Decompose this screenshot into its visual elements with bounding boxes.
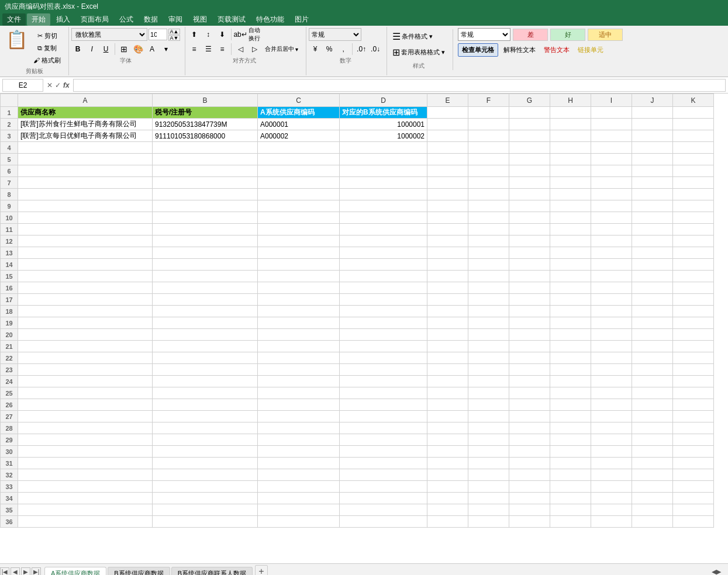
cell[interactable] xyxy=(673,177,714,189)
row-number[interactable]: 34 xyxy=(1,493,18,504)
style-bad-box[interactable]: 差 xyxy=(513,29,548,41)
cell[interactable] xyxy=(340,469,427,481)
cell[interactable] xyxy=(468,341,509,352)
cell[interactable] xyxy=(509,446,550,458)
merge-center-button[interactable]: 合并后居中 ▾ xyxy=(262,43,301,55)
cell[interactable] xyxy=(258,271,340,282)
col-header-g[interactable]: G xyxy=(509,94,550,107)
cell[interactable] xyxy=(340,516,427,528)
cell[interactable] xyxy=(427,282,468,294)
fill-color-button[interactable]: 🎨 xyxy=(132,43,144,56)
cell[interactable] xyxy=(258,177,340,189)
cell[interactable] xyxy=(468,271,509,282)
col-header-e[interactable]: E xyxy=(427,94,468,107)
col-header-i[interactable]: I xyxy=(591,94,632,107)
wrap-text-button[interactable]: 自动换行 xyxy=(248,28,261,41)
font-size-input[interactable] xyxy=(149,29,167,40)
cell[interactable] xyxy=(258,282,340,294)
cell[interactable] xyxy=(673,306,714,317)
row-number[interactable]: 3 xyxy=(1,130,18,142)
cell[interactable] xyxy=(18,294,153,306)
cell[interactable] xyxy=(340,352,427,364)
cell[interactable] xyxy=(468,411,509,422)
cell[interactable] xyxy=(550,177,591,189)
row-number[interactable]: 31 xyxy=(1,458,18,469)
cell[interactable] xyxy=(591,446,632,458)
cell[interactable] xyxy=(340,434,427,446)
cell[interactable] xyxy=(632,306,673,317)
cell[interactable] xyxy=(427,119,468,130)
currency-button[interactable]: ¥ xyxy=(309,43,322,56)
cell[interactable] xyxy=(340,294,427,306)
cell[interactable] xyxy=(509,376,550,387)
cell[interactable] xyxy=(18,469,153,481)
cell[interactable] xyxy=(509,119,550,130)
cell[interactable] xyxy=(468,306,509,317)
cell[interactable] xyxy=(427,177,468,189)
cell[interactable] xyxy=(258,235,340,247)
cell[interactable] xyxy=(509,259,550,271)
row-number[interactable]: 14 xyxy=(1,259,18,271)
cell[interactable] xyxy=(258,247,340,259)
cell[interactable] xyxy=(18,341,153,352)
cell[interactable] xyxy=(340,165,427,177)
number-format-selector[interactable]: 常规 xyxy=(309,28,361,41)
cell[interactable] xyxy=(18,154,153,165)
cell[interactable] xyxy=(340,387,427,399)
cell[interactable] xyxy=(340,493,427,504)
align-left-button[interactable]: ≡ xyxy=(188,43,201,56)
insert-function-icon[interactable]: fx xyxy=(63,81,70,89)
cell[interactable] xyxy=(153,481,258,493)
cell[interactable] xyxy=(632,235,673,247)
cell[interactable] xyxy=(153,306,258,317)
cell[interactable] xyxy=(468,434,509,446)
cell[interactable] xyxy=(550,271,591,282)
cell[interactable] xyxy=(591,165,632,177)
cell[interactable] xyxy=(468,165,509,177)
row-number[interactable]: 17 xyxy=(1,294,18,306)
cell[interactable] xyxy=(591,306,632,317)
cell[interactable] xyxy=(468,200,509,212)
font-shrink-button[interactable]: A▼ xyxy=(168,35,180,41)
cell[interactable]: 91320505313847739M xyxy=(153,119,258,130)
cell[interactable] xyxy=(340,235,427,247)
cell[interactable] xyxy=(632,165,673,177)
cell[interactable] xyxy=(153,458,258,469)
cell[interactable] xyxy=(427,165,468,177)
cell[interactable] xyxy=(340,224,427,235)
cell[interactable] xyxy=(673,142,714,154)
cell[interactable] xyxy=(632,504,673,516)
check-cell-button[interactable]: 检查单元格 xyxy=(458,43,498,57)
col-header-d[interactable]: D xyxy=(340,94,427,107)
cell[interactable] xyxy=(673,387,714,399)
cell[interactable] xyxy=(509,271,550,282)
menu-load-test[interactable]: 页载测试 xyxy=(213,13,250,26)
cell[interactable] xyxy=(509,200,550,212)
cell[interactable] xyxy=(632,294,673,306)
formula-input[interactable] xyxy=(73,79,726,92)
cell[interactable] xyxy=(427,399,468,411)
decrease-indent-button[interactable]: ◁ xyxy=(234,43,247,56)
cell[interactable] xyxy=(591,235,632,247)
cell[interactable] xyxy=(591,493,632,504)
cell[interactable] xyxy=(591,259,632,271)
cell[interactable] xyxy=(427,200,468,212)
cell[interactable] xyxy=(591,411,632,422)
cell[interactable] xyxy=(550,130,591,142)
cell[interactable] xyxy=(632,119,673,130)
sheet-nav-next[interactable]: ▶ xyxy=(21,567,30,576)
table-format-button[interactable]: ⊞ 套用表格格式 ▾ xyxy=(389,45,448,60)
row-number[interactable]: 13 xyxy=(1,247,18,259)
cell[interactable] xyxy=(153,282,258,294)
cell[interactable] xyxy=(427,189,468,200)
row-number[interactable]: 29 xyxy=(1,434,18,446)
cell[interactable] xyxy=(550,399,591,411)
cell[interactable] xyxy=(673,200,714,212)
cell[interactable] xyxy=(427,154,468,165)
cell[interactable] xyxy=(509,516,550,528)
cell[interactable] xyxy=(427,376,468,387)
cell[interactable] xyxy=(591,458,632,469)
cell[interactable] xyxy=(509,130,550,142)
cell[interactable] xyxy=(632,212,673,224)
cell[interactable] xyxy=(468,493,509,504)
